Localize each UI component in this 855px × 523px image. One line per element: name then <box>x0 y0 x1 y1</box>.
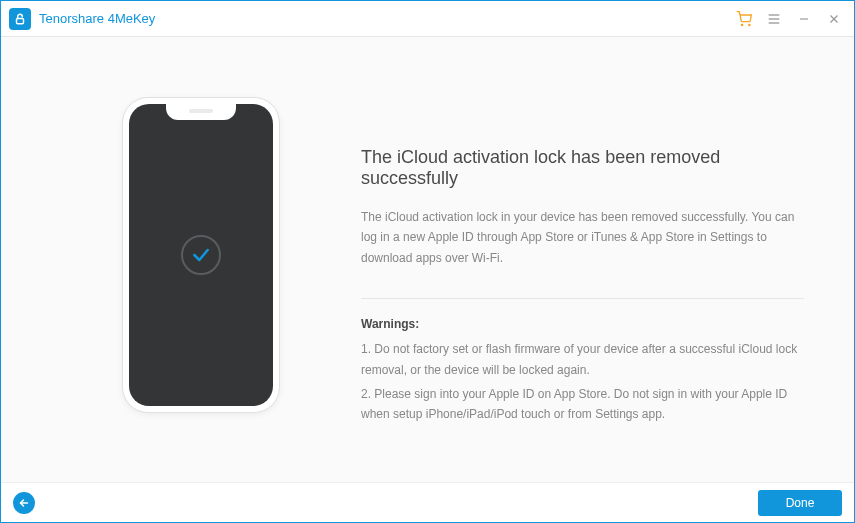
svg-point-2 <box>749 24 750 25</box>
phone-notch <box>166 104 236 120</box>
warning-1: 1. Do not factory set or flash firmware … <box>361 339 804 380</box>
app-logo <box>9 8 31 30</box>
back-button[interactable] <box>13 492 35 514</box>
minimize-icon[interactable] <box>796 11 812 27</box>
warnings-title: Warnings: <box>361 317 804 331</box>
phone-screen <box>129 104 273 406</box>
success-description: The iCloud activation lock in your devic… <box>361 207 804 268</box>
menu-icon[interactable] <box>766 11 782 27</box>
success-heading: The iCloud activation lock has been remo… <box>361 147 804 189</box>
divider <box>361 298 804 299</box>
success-check-icon <box>181 235 221 275</box>
device-illustration-column <box>41 97 361 462</box>
done-button[interactable]: Done <box>758 490 842 516</box>
title-actions <box>736 11 842 27</box>
close-icon[interactable] <box>826 11 842 27</box>
svg-rect-0 <box>17 18 24 23</box>
titlebar: Tenorshare 4MeKey <box>1 1 854 37</box>
svg-point-1 <box>741 24 742 25</box>
main-content: The iCloud activation lock has been remo… <box>1 37 854 482</box>
app-title: Tenorshare 4MeKey <box>39 11 155 26</box>
text-column: The iCloud activation lock has been remo… <box>361 97 814 462</box>
warning-2: 2. Please sign into your Apple ID on App… <box>361 384 804 425</box>
cart-icon[interactable] <box>736 11 752 27</box>
phone-frame <box>122 97 280 413</box>
footer: Done <box>1 482 854 522</box>
